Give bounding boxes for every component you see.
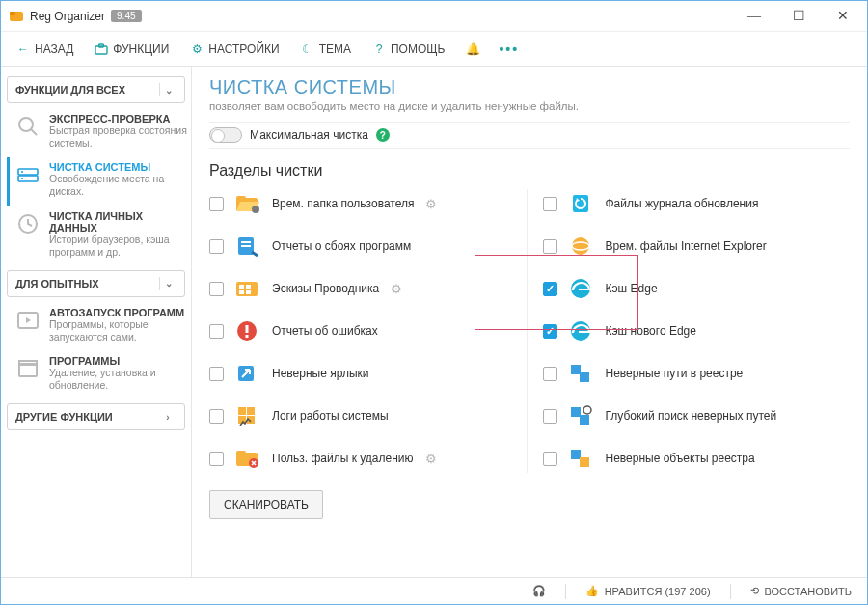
sidebar-item-express-check[interactable]: ЭКСПРЕСС-ПРОВЕРКА Быстрая проверка состо… — [7, 109, 191, 157]
checkbox[interactable] — [209, 197, 224, 211]
close-button[interactable]: ✕ — [821, 1, 865, 32]
support-button[interactable]: 🎧 — [527, 582, 552, 600]
gear-icon: ⚙ — [190, 42, 203, 56]
sidebar-item-startup[interactable]: АВТОЗАПУСК ПРОГРАММ Программы, которые з… — [7, 303, 191, 351]
item-invalid-registry-paths: Неверные пути в реестре — [543, 359, 851, 388]
gear-icon[interactable]: ⚙ — [425, 197, 437, 211]
svg-rect-42 — [571, 365, 581, 374]
svg-rect-28 — [246, 335, 249, 338]
gear-icon[interactable]: ⚙ — [391, 282, 402, 296]
sidebar-group-advanced[interactable]: ДЛЯ ОПЫТНЫХ ⌄ — [7, 270, 185, 297]
bell-icon: 🔔 — [466, 42, 479, 56]
registry-objects-icon — [567, 446, 596, 471]
theme-label: ТЕМА — [319, 42, 351, 56]
svg-rect-43 — [580, 372, 589, 382]
back-button[interactable]: ← НАЗАД — [9, 39, 81, 60]
item-deep-invalid-paths: Глубокий поиск неверных путей — [543, 401, 851, 430]
item-label: Кэш Edge — [606, 282, 658, 295]
functions-label: ФУНКЦИИ — [113, 42, 169, 56]
item-label: Неверные пути в реестре — [606, 367, 744, 380]
more-button[interactable]: ••• — [493, 40, 525, 59]
restore-button[interactable]: ⟲ ВОССТАНОВИТЬ — [745, 582, 857, 600]
item-label: Отчеты об ошибках — [272, 324, 378, 338]
checkbox[interactable] — [543, 367, 557, 381]
svg-rect-47 — [571, 450, 581, 459]
statusbar: 🎧 👍 НРАВИТСЯ (197 206) ⟲ ВОССТАНОВИТЬ — [1, 577, 867, 604]
thumbnails-icon — [233, 276, 262, 301]
svg-rect-24 — [239, 290, 244, 294]
like-button[interactable]: 👍 НРАВИТСЯ (197 206) — [580, 582, 717, 600]
app-title: Reg Organizer — [30, 10, 105, 23]
settings-button[interactable]: ⚙ НАСТРОЙКИ — [182, 39, 286, 60]
sidebar-item-title: АВТОЗАПУСК ПРОГРАММ — [49, 307, 187, 318]
sidebar: ФУНКЦИИ ДЛЯ ВСЕХ ⌄ ЭКСПРЕСС-ПРОВЕРКА Быс… — [1, 67, 192, 577]
disk-icon — [14, 161, 41, 188]
sidebar-item-desc: Освобождение места на дисках. — [49, 173, 187, 198]
maximize-button[interactable]: ☐ — [776, 1, 821, 32]
item-error-reports: Отчеты об ошибках — [209, 316, 517, 345]
app-icon — [9, 9, 24, 24]
help-badge-icon[interactable]: ? — [376, 128, 390, 142]
moon-icon: ☾ — [301, 42, 314, 56]
sidebar-item-desc: Быстрая проверка состояния системы. — [49, 124, 187, 150]
sidebar-item-system-cleanup[interactable]: ЧИСТКА СИСТЕМЫ Освобождение места на дис… — [7, 157, 191, 206]
sidebar-item-programs[interactable]: ПРОГРАММЫ Удаление, установка и обновлен… — [7, 351, 191, 399]
checkbox[interactable] — [543, 452, 557, 466]
minimize-button[interactable]: — — [732, 1, 776, 32]
svg-rect-23 — [246, 285, 251, 289]
sidebar-group-all[interactable]: ФУНКЦИИ ДЛЯ ВСЕХ ⌄ — [7, 76, 185, 103]
svg-rect-27 — [246, 325, 249, 333]
help-button[interactable]: ? ПОМОЩЬ — [365, 39, 452, 60]
item-system-logs: Логи работы системы — [209, 401, 517, 430]
sidebar-group-other[interactable]: ДРУГИЕ ФУНКЦИИ › — [7, 403, 185, 430]
svg-rect-48 — [580, 457, 589, 467]
max-clean-toggle[interactable] — [209, 127, 242, 143]
checkbox[interactable] — [543, 409, 557, 424]
checkbox[interactable] — [209, 239, 224, 254]
update-log-icon — [567, 191, 596, 216]
checkbox[interactable] — [209, 452, 224, 466]
functions-button[interactable]: ФУНКЦИИ — [87, 39, 176, 60]
page-title: ЧИСТКА СИСТЕМЫ — [209, 76, 850, 98]
item-label: Эскизы Проводника — [272, 282, 379, 295]
like-label: НРАВИТСЯ (197 206) — [605, 586, 711, 597]
svg-rect-45 — [580, 415, 589, 425]
item-label: Врем. файлы Internet Explorer — [606, 239, 767, 253]
item-label: Неверные ярлыки — [272, 367, 369, 380]
notifications-button[interactable]: 🔔 — [458, 39, 487, 60]
checkbox[interactable] — [543, 239, 557, 254]
checkbox[interactable] — [209, 367, 224, 381]
item-edge-cache: Кэш Edge — [543, 274, 851, 303]
cleanup-column-right: Файлы журнала обновления Врем. файлы Int… — [527, 189, 851, 473]
version-badge: 9.45 — [111, 10, 141, 22]
report-icon — [233, 234, 262, 259]
sidebar-item-title: ЧИСТКА СИСТЕМЫ — [49, 161, 187, 173]
gear-icon[interactable]: ⚙ — [425, 452, 437, 466]
arrow-left-icon: ← — [16, 42, 30, 56]
thumbs-up-icon: 👍 — [585, 585, 599, 597]
sidebar-item-personal-data-cleanup[interactable]: ЧИСТКА ЛИЧНЫХ ДАННЫХ Истории браузеров, … — [7, 206, 191, 266]
svg-point-38 — [572, 237, 589, 255]
svg-rect-16 — [236, 196, 246, 201]
titlebar: Reg Organizer 9.45 — ☐ ✕ — [1, 1, 867, 32]
item-user-files-to-delete: Польз. файлы к удалению ⚙ — [209, 444, 517, 473]
svg-point-46 — [583, 406, 591, 414]
svg-rect-19 — [241, 241, 251, 243]
svg-rect-1 — [10, 12, 15, 15]
checkbox[interactable] — [209, 324, 224, 339]
magnifier-icon — [14, 113, 41, 140]
item-label: Логи работы системы — [272, 409, 389, 423]
max-clean-row: Максимальная чистка ? — [209, 122, 850, 149]
checkbox[interactable] — [543, 324, 557, 339]
divider — [565, 584, 566, 599]
scan-button[interactable]: СКАНИРОВАТЬ — [209, 490, 323, 519]
checkbox[interactable] — [209, 409, 224, 424]
item-label: Глубокий поиск неверных путей — [606, 409, 777, 423]
theme-button[interactable]: ☾ ТЕМА — [293, 39, 359, 60]
item-new-edge-cache: Кэш нового Edge — [543, 316, 851, 345]
checkbox[interactable] — [543, 282, 557, 296]
sidebar-item-desc: Истории браузеров, кэша программ и др. — [49, 234, 187, 259]
checkbox[interactable] — [209, 282, 224, 296]
checkbox[interactable] — [543, 197, 557, 211]
chevron-down-icon: ⌄ — [159, 277, 176, 290]
